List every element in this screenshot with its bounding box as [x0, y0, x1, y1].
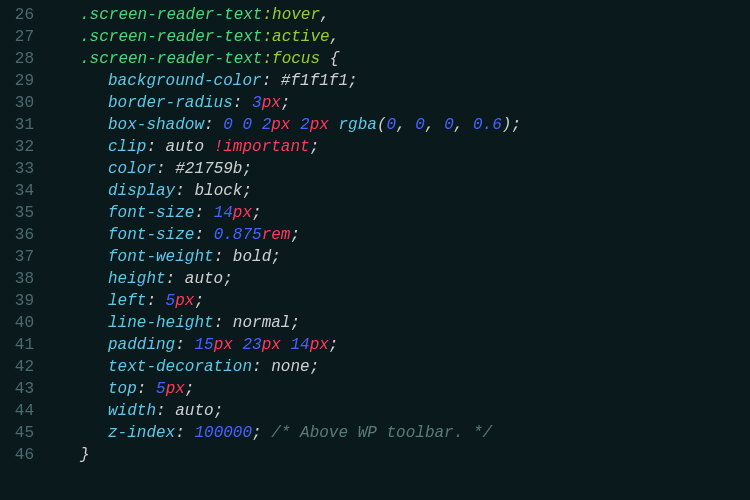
- code-content: line-height: normal;: [52, 312, 750, 334]
- code-line: 26.screen-reader-text:hover,: [0, 4, 750, 26]
- code-content: text-decoration: none;: [52, 356, 750, 378]
- code-line: 32clip: auto !important;: [0, 136, 750, 158]
- code-line: 33color: #21759b;: [0, 158, 750, 180]
- code-editor[interactable]: 26.screen-reader-text:hover, 27.screen-r…: [0, 4, 750, 466]
- code-content: .screen-reader-text:focus {: [52, 48, 750, 70]
- code-content: box-shadow: 0 0 2px 2px rgba(0, 0, 0, 0.…: [52, 114, 750, 136]
- code-line: 46}: [0, 444, 750, 466]
- code-line: 43top: 5px;: [0, 378, 750, 400]
- line-number: 46: [0, 444, 52, 466]
- code-content: }: [52, 444, 750, 466]
- code-content: height: auto;: [52, 268, 750, 290]
- code-content: font-size: 14px;: [52, 202, 750, 224]
- line-number: 28: [0, 48, 52, 70]
- code-line: 40line-height: normal;: [0, 312, 750, 334]
- line-number: 42: [0, 356, 52, 378]
- line-number: 43: [0, 378, 52, 400]
- code-line: 36font-size: 0.875rem;: [0, 224, 750, 246]
- code-line: 38height: auto;: [0, 268, 750, 290]
- code-content: padding: 15px 23px 14px;: [52, 334, 750, 356]
- line-number: 30: [0, 92, 52, 114]
- line-number: 33: [0, 158, 52, 180]
- code-line: 35font-size: 14px;: [0, 202, 750, 224]
- line-number: 35: [0, 202, 52, 224]
- code-line: 44width: auto;: [0, 400, 750, 422]
- code-content: font-size: 0.875rem;: [52, 224, 750, 246]
- code-content: z-index: 100000; /* Above WP toolbar. */: [52, 422, 750, 444]
- code-content: .screen-reader-text:hover,: [52, 4, 750, 26]
- line-number: 31: [0, 114, 52, 136]
- code-line: 45z-index: 100000; /* Above WP toolbar. …: [0, 422, 750, 444]
- code-line: 28.screen-reader-text:focus {: [0, 48, 750, 70]
- code-content: width: auto;: [52, 400, 750, 422]
- line-number: 26: [0, 4, 52, 26]
- line-number: 41: [0, 334, 52, 356]
- code-content: background-color: #f1f1f1;: [52, 70, 750, 92]
- line-number: 27: [0, 26, 52, 48]
- line-number: 34: [0, 180, 52, 202]
- code-content: color: #21759b;: [52, 158, 750, 180]
- line-number: 32: [0, 136, 52, 158]
- code-content: top: 5px;: [52, 378, 750, 400]
- code-line: 27.screen-reader-text:active,: [0, 26, 750, 48]
- line-number: 39: [0, 290, 52, 312]
- line-number: 44: [0, 400, 52, 422]
- line-number: 36: [0, 224, 52, 246]
- code-line: 41padding: 15px 23px 14px;: [0, 334, 750, 356]
- code-line: 30border-radius: 3px;: [0, 92, 750, 114]
- line-number: 45: [0, 422, 52, 444]
- line-number: 40: [0, 312, 52, 334]
- code-content: .screen-reader-text:active,: [52, 26, 750, 48]
- code-content: font-weight: bold;: [52, 246, 750, 268]
- code-line: 42text-decoration: none;: [0, 356, 750, 378]
- code-content: display: block;: [52, 180, 750, 202]
- code-content: left: 5px;: [52, 290, 750, 312]
- code-line: 34display: block;: [0, 180, 750, 202]
- code-line: 31box-shadow: 0 0 2px 2px rgba(0, 0, 0, …: [0, 114, 750, 136]
- line-number: 38: [0, 268, 52, 290]
- code-line: 37font-weight: bold;: [0, 246, 750, 268]
- code-content: clip: auto !important;: [52, 136, 750, 158]
- code-line: 39left: 5px;: [0, 290, 750, 312]
- code-content: border-radius: 3px;: [52, 92, 750, 114]
- line-number: 37: [0, 246, 52, 268]
- line-number: 29: [0, 70, 52, 92]
- code-line: 29background-color: #f1f1f1;: [0, 70, 750, 92]
